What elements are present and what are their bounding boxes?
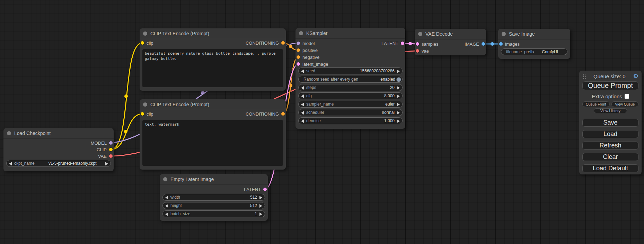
conditioning-port-icon[interactable] [281,112,285,116]
batch-size-widget[interactable]: batch_size 1 [162,210,265,217]
arrow-right-icon[interactable] [397,103,400,106]
extra-options-label: Extra options [592,93,622,99]
collapse-dot-icon[interactable] [143,31,147,36]
image-port-icon[interactable] [499,42,503,46]
arrow-left-icon[interactable] [165,196,168,199]
node-title-bar[interactable]: Save Image [498,29,570,39]
arrow-left-icon[interactable] [9,162,12,165]
filename-prefix-widget[interactable]: filename_prefix ComfyUI [501,48,567,55]
node-title-bar[interactable]: KSampler [295,28,405,39]
arrow-left-icon[interactable] [301,94,304,98]
arrow-right-icon[interactable] [259,204,262,208]
widget-value: euler [385,102,395,107]
collapse-dot-icon[interactable] [143,102,147,107]
arrow-left-icon[interactable] [301,111,304,115]
arrow-right-icon[interactable] [259,196,262,199]
slot-label: IMAGE [465,42,479,47]
image-port-icon[interactable] [482,42,485,46]
arrow-left-icon[interactable] [301,86,304,90]
vae-port-icon[interactable] [109,154,113,158]
view-queue-button[interactable]: View Queue [611,101,639,107]
extra-options-checkbox[interactable] [625,94,629,99]
node-load-checkpoint[interactable]: Load Checkpoint MODEL CLIP VAE ckpt_name… [3,128,114,171]
seed-widget[interactable]: seed 156680208700286 [298,67,403,74]
node-title-bar[interactable]: Load Checkpoint [3,128,114,139]
toggle-circle-icon[interactable] [396,77,401,82]
widget-value: 1 [255,211,257,216]
output-slot-conditioning: CONDITIONING [140,39,286,46]
queue-front-button[interactable]: Queue Front [582,101,610,107]
arrow-right-icon[interactable] [397,111,400,115]
widget-value: v1-5-pruned-emaonly.ckpt [48,161,97,166]
node-vae-decode[interactable]: VAE Decode samples IMAGE vae [415,29,486,55]
load-button[interactable]: Load [582,130,638,138]
collapse-dot-icon[interactable] [502,32,506,36]
node-title-bar[interactable]: Empty Latent Image [160,174,268,185]
widget-value: 156680208700286 [360,69,395,73]
node-title-bar[interactable]: CLIP Text Encode (Prompt) [140,28,286,39]
latent-port-icon[interactable] [263,188,267,191]
arrow-right-icon[interactable] [397,70,400,73]
node-empty-latent-image[interactable]: Empty Latent Image LATENT width 512 heig… [160,174,268,221]
arrow-right-icon[interactable] [397,94,400,98]
node-save-image[interactable]: Save Image images filename_prefix ComfyU… [498,29,570,59]
node-title-bar[interactable]: CLIP Text Encode (Prompt) [140,99,286,110]
node-clip-text-encode-negative[interactable]: CLIP Text Encode (Prompt) clip CONDITION… [140,99,286,170]
gear-icon[interactable]: ⚙ [633,73,638,79]
node-clip-text-encode-positive[interactable]: CLIP Text Encode (Prompt) clip CONDITION… [140,28,286,91]
latent-port-icon[interactable] [297,62,300,66]
clip-port-icon[interactable] [109,148,113,151]
collapse-dot-icon[interactable] [418,32,422,36]
vae-port-icon[interactable] [416,49,419,53]
save-button[interactable]: Save [582,119,638,127]
load-default-button[interactable]: Load Default [582,164,638,172]
collapse-dot-icon[interactable] [163,177,167,181]
arrow-right-icon[interactable] [397,86,400,90]
slot-label: LATENT [381,41,398,46]
drag-handle-icon[interactable] [582,74,586,79]
conditioning-port-icon[interactable] [297,48,300,52]
denoise-widget[interactable]: denoise 1.000 [298,117,403,124]
queue-small-buttons: Queue Front View Queue [582,101,638,107]
refresh-button[interactable]: Refresh [582,142,638,150]
node-ksampler[interactable]: KSampler model LATENT positive negative … [295,28,405,129]
collapse-dot-icon[interactable] [7,131,11,135]
model-port-icon[interactable] [109,141,113,145]
arrow-left-icon[interactable] [165,204,168,208]
node-title-bar[interactable]: VAE Decode [415,29,486,39]
ckpt-name-widget[interactable]: ckpt_name v1-5-pruned-emaonly.ckpt [6,160,111,167]
clear-button[interactable]: Clear [582,153,638,161]
positive-prompt-textarea[interactable]: beautiful scenery nature glass bottle la… [142,49,283,87]
cfg-widget[interactable]: cfg 8.000 [298,92,403,99]
conditioning-port-icon[interactable] [281,41,285,45]
arrow-right-icon[interactable] [259,213,262,216]
height-widget[interactable]: height 512 [162,202,265,209]
arrow-right-icon[interactable] [397,119,400,123]
widget-value: 1.000 [384,118,395,123]
negative-prompt-textarea[interactable]: text, watermark [142,120,283,166]
node-title: KSampler [306,30,327,36]
input-slot-latent-image: latent_image [295,61,405,67]
arrow-left-icon[interactable] [301,70,304,73]
arrow-left-icon[interactable] [301,103,304,106]
random-seed-toggle-widget[interactable]: Random seed after every gen enabled [298,76,403,83]
width-widget[interactable]: width 512 [162,194,265,201]
widget-name: scheduler [306,110,324,115]
widget-name: cfg [306,93,312,98]
queue-prompt-button[interactable]: Queue Prompt [582,81,638,90]
output-slot-image: IMAGE [415,40,486,47]
node-title: Empty Latent Image [170,177,214,182]
collapse-dot-icon[interactable] [299,31,303,35]
conditioning-port-icon[interactable] [297,55,300,59]
arrow-left-icon[interactable] [165,213,168,216]
link-dot [491,42,494,46]
slot-label: positive [302,48,318,53]
arrow-left-icon[interactable] [301,119,304,123]
view-history-button[interactable]: View History [594,108,627,113]
steps-widget[interactable]: steps 20 [298,84,403,91]
latent-port-icon[interactable] [401,42,404,45]
widget-name: denoise [306,118,321,123]
sampler-name-widget[interactable]: sampler_name euler [298,101,403,108]
arrow-right-icon[interactable] [105,162,108,165]
scheduler-widget[interactable]: scheduler normal [298,109,403,116]
